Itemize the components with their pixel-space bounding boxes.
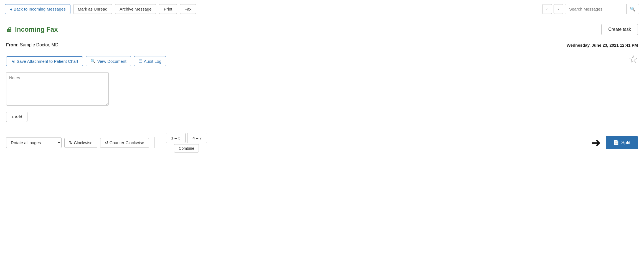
view-document-icon: 🔍 bbox=[90, 59, 96, 64]
combine-label: Combine bbox=[179, 146, 194, 151]
archive-message-button[interactable]: Archive Message bbox=[115, 4, 156, 14]
view-document-button[interactable]: 🔍 View Document bbox=[86, 56, 131, 66]
page-range-2-button[interactable]: 4 – 7 bbox=[187, 133, 207, 143]
counter-clockwise-button[interactable]: ↺ Counter Clockwise bbox=[100, 138, 149, 148]
back-button[interactable]: ◂ Back to Incoming Messages bbox=[5, 4, 70, 14]
audit-log-button[interactable]: ☰ Audit Log bbox=[134, 56, 166, 66]
fax-label: Fax bbox=[184, 7, 191, 11]
rotate-cw-icon: ↻ bbox=[69, 140, 73, 145]
printer-icon: 🖨 bbox=[6, 26, 12, 33]
star-icon: ☆ bbox=[628, 53, 638, 65]
save-attachment-button[interactable]: 🖨 Save Attachment to Patient Chart bbox=[6, 56, 83, 66]
audit-log-icon: ☰ bbox=[139, 59, 142, 64]
page-title-group: 🖨 Incoming Fax bbox=[6, 26, 58, 33]
split-button[interactable]: 📄 Split bbox=[606, 136, 638, 149]
fax-button[interactable]: Fax bbox=[180, 4, 196, 14]
arrow-split-group: ➜ 📄 Split bbox=[591, 136, 638, 149]
save-attachment-icon: 🖨 bbox=[11, 59, 15, 64]
clockwise-button[interactable]: ↻ Clockwise bbox=[64, 138, 97, 148]
create-task-label: Create task bbox=[608, 27, 631, 32]
top-bar: ◂ Back to Incoming Messages Mark as Unre… bbox=[0, 0, 644, 18]
counter-clockwise-label: Counter Clockwise bbox=[110, 140, 144, 145]
view-document-label: View Document bbox=[97, 59, 126, 64]
date-text: Wednesday, June 23, 2021 12:41 PM bbox=[567, 43, 638, 48]
notes-section bbox=[6, 72, 638, 107]
page-range-1-button[interactable]: 1 – 3 bbox=[166, 133, 186, 143]
print-label: Print bbox=[164, 7, 172, 11]
add-label: + Add bbox=[11, 114, 22, 119]
from-section: From: Sample Doctor, MD bbox=[6, 42, 59, 48]
mark-unread-label: Mark as Unread bbox=[78, 7, 108, 11]
create-task-button[interactable]: Create task bbox=[601, 24, 638, 35]
page-range-group: 1 – 3 4 – 7 Combine bbox=[166, 133, 207, 152]
notes-textarea[interactable] bbox=[6, 72, 109, 106]
next-message-button[interactable]: › bbox=[554, 4, 563, 14]
page-range-2-label: 4 – 7 bbox=[192, 136, 202, 140]
top-bar-left: ◂ Back to Incoming Messages Mark as Unre… bbox=[5, 4, 539, 14]
page-range-buttons: 1 – 3 4 – 7 bbox=[166, 133, 207, 143]
from-label: From: bbox=[6, 42, 19, 47]
bottom-controls: Rotate all pages ↻ Clockwise ↺ Counter C… bbox=[6, 128, 638, 152]
prev-arrow-icon: ‹ bbox=[546, 7, 548, 11]
page-title: Incoming Fax bbox=[15, 26, 58, 33]
page-header: 🖨 Incoming Fax Create task bbox=[6, 24, 638, 35]
from-row: From: Sample Doctor, MD Wednesday, June … bbox=[6, 39, 638, 51]
search-input[interactable] bbox=[565, 4, 626, 14]
combine-button[interactable]: Combine bbox=[174, 144, 199, 152]
back-button-label: Back to Incoming Messages bbox=[14, 7, 66, 11]
page-content: 🖨 Incoming Fax Create task From: Sample … bbox=[0, 18, 644, 158]
rotate-ccw-icon: ↺ bbox=[105, 140, 108, 145]
audit-log-label: Audit Log bbox=[144, 59, 161, 64]
action-buttons: 🖨 Save Attachment to Patient Chart 🔍 Vie… bbox=[6, 56, 638, 66]
search-button[interactable]: 🔍 bbox=[626, 4, 639, 14]
save-attachment-label: Save Attachment to Patient Chart bbox=[17, 59, 78, 64]
search-icon: 🔍 bbox=[630, 7, 635, 11]
from-value: Sample Doctor, MD bbox=[20, 42, 59, 47]
divider bbox=[154, 137, 155, 148]
star-button[interactable]: ☆ bbox=[628, 54, 638, 64]
top-bar-right: ‹ › 🔍 bbox=[542, 4, 639, 14]
next-arrow-icon: › bbox=[558, 7, 559, 11]
split-document-icon: 📄 bbox=[613, 140, 619, 146]
rotate-select[interactable]: Rotate all pages bbox=[6, 137, 62, 148]
chevron-left-icon: ◂ bbox=[10, 7, 12, 12]
split-label: Split bbox=[621, 140, 630, 146]
page-range-1-label: 1 – 3 bbox=[171, 136, 180, 140]
print-button[interactable]: Print bbox=[159, 4, 177, 14]
add-button[interactable]: + Add bbox=[6, 112, 27, 122]
right-arrow-icon: ➜ bbox=[591, 137, 601, 149]
prev-message-button[interactable]: ‹ bbox=[542, 4, 552, 14]
search-container: 🔍 bbox=[565, 4, 639, 14]
clockwise-label: Clockwise bbox=[74, 140, 93, 145]
mark-unread-button[interactable]: Mark as Unread bbox=[73, 4, 112, 14]
archive-message-label: Archive Message bbox=[120, 7, 151, 11]
